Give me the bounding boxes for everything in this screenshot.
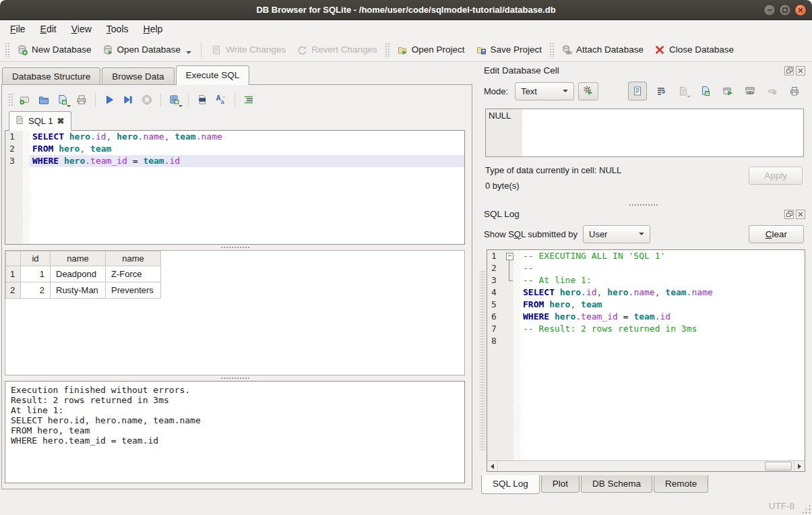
horizontal-scrollbar[interactable] <box>487 460 805 471</box>
fold-marker[interactable] <box>505 250 513 262</box>
cell-value-editor[interactable]: NULL <box>485 109 804 157</box>
editor-results-splitter[interactable] <box>5 245 465 250</box>
cell-editor-toolbar: Mode: Text <box>484 80 805 102</box>
fold-marker[interactable] <box>505 311 513 323</box>
save-dropdown-caret[interactable] <box>67 105 71 107</box>
sql-new-tab-button[interactable] <box>16 91 34 109</box>
float-panel-icon[interactable] <box>784 66 794 75</box>
find-replace-button[interactable]: Aa <box>212 91 230 109</box>
sql-log-empty-area[interactable] <box>487 347 805 460</box>
tab-database-structure[interactable]: Database Structure <box>2 67 100 85</box>
results-column-header[interactable]: name <box>106 251 161 266</box>
cell-team-name[interactable]: Z-Force <box>106 266 161 282</box>
save-project-button[interactable]: Save Project <box>470 42 548 58</box>
menu-help[interactable]: Help <box>136 22 170 36</box>
fold-marker[interactable] <box>505 262 513 274</box>
results-row[interactable]: 1 1 Deadpond Z-Force <box>6 266 161 282</box>
fold-marker[interactable] <box>505 323 513 335</box>
results-grid[interactable]: id name name 1 1 Deadpond <box>5 250 465 375</box>
menu-file[interactable]: File <box>3 22 33 36</box>
results-column-header[interactable]: id <box>21 251 51 266</box>
menu-edit[interactable]: Edit <box>33 22 64 36</box>
sql-log-view[interactable]: 1 -- EXECUTING ALL IN 'SQL 1' 2 -- <box>487 249 805 472</box>
close-database-button[interactable]: Close Database <box>649 42 739 58</box>
execute-all-button[interactable] <box>100 91 118 109</box>
execution-log[interactable]: Execution finished without errors. Resul… <box>5 381 465 483</box>
tab-sql-log[interactable]: SQL Log <box>481 475 540 494</box>
cell-hero-name[interactable]: Rusty-Man <box>51 282 106 299</box>
find-button[interactable] <box>193 91 211 109</box>
execute-current-line-button[interactable] <box>119 91 137 109</box>
sql-file-tab-close-icon[interactable]: ✖ <box>57 116 64 126</box>
tab-browse-data[interactable]: Browse Data <box>102 67 174 85</box>
tab-execute-sql[interactable]: Execute SQL <box>176 65 250 85</box>
close-panel-icon[interactable] <box>796 210 805 219</box>
fold-marker[interactable] <box>505 335 513 347</box>
toolbar-drag-handle[interactable] <box>8 93 13 107</box>
sql-open-file-button[interactable] <box>35 91 53 109</box>
cell-id[interactable]: 2 <box>21 282 51 299</box>
database-open-icon <box>102 44 113 55</box>
export-results-button[interactable] <box>166 91 183 109</box>
scroll-right-arrow[interactable] <box>794 461 805 471</box>
line-number: 8 <box>487 335 505 347</box>
cell-team-name[interactable]: Preventers <box>106 282 161 299</box>
row-number: 2 <box>6 282 21 299</box>
close-panel-icon[interactable] <box>796 66 805 75</box>
auto-apply-button[interactable] <box>578 82 598 100</box>
tab-db-schema[interactable]: DB Schema <box>581 475 652 493</box>
open-database-button[interactable]: Open Database <box>97 42 197 58</box>
titlebar[interactable]: DB Browser for SQLite - /home/user/code/… <box>0 0 812 20</box>
scroll-track[interactable] <box>498 461 794 471</box>
dock-splitter[interactable] <box>480 204 807 206</box>
new-database-button[interactable]: New Database <box>11 42 97 58</box>
sql-file-tab[interactable]: SQL 1 ✖ <box>9 111 71 131</box>
resize-grip[interactable] <box>801 504 811 514</box>
stop-execution-button <box>138 91 156 109</box>
export-dropdown-caret[interactable] <box>179 105 183 107</box>
attach-database-button[interactable]: Attach Database <box>556 42 649 58</box>
toolbar-drag-handle[interactable] <box>549 42 554 57</box>
sql-editor[interactable]: 1 SELECT hero.id, hero.name, team.name 2… <box>5 130 465 245</box>
results-column-header[interactable]: name <box>51 251 106 266</box>
close-button[interactable] <box>794 4 807 16</box>
sql-print-button[interactable] <box>73 91 90 109</box>
open-database-dropdown-caret[interactable] <box>186 51 191 54</box>
print-cell-icon[interactable] <box>786 83 803 99</box>
results-log-splitter[interactable] <box>5 375 465 381</box>
toolbar-drag-handle[interactable] <box>5 42 9 57</box>
clear-button[interactable]: Clear <box>749 225 804 243</box>
float-panel-icon[interactable] <box>784 210 794 219</box>
mode-select[interactable]: Text <box>515 82 574 100</box>
minimize-button[interactable] <box>763 4 776 16</box>
cell-id[interactable]: 1 <box>21 266 51 282</box>
toolbar-drag-handle[interactable] <box>385 42 389 57</box>
tab-plot[interactable]: Plot <box>541 475 580 493</box>
save-file-icon[interactable] <box>697 83 714 99</box>
fold-margin <box>513 299 520 311</box>
link-cell-icon[interactable] <box>742 83 758 99</box>
results-row[interactable]: 2 2 Rusty-Man Preventers <box>6 282 161 299</box>
cell-hero-name[interactable]: Deadpond <box>51 266 106 282</box>
fold-marker[interactable] <box>505 286 513 299</box>
dock-drag-handle[interactable] <box>480 270 485 452</box>
export-cell-icon[interactable] <box>720 83 736 99</box>
sql-save-file-button[interactable] <box>54 91 71 109</box>
text-mode-icon[interactable] <box>628 82 647 100</box>
format-sql-button[interactable] <box>240 91 257 109</box>
results-corner-header[interactable] <box>6 251 21 266</box>
maximize-button[interactable] <box>779 4 791 16</box>
fold-marker[interactable] <box>505 274 513 286</box>
tab-remote[interactable]: Remote <box>654 475 708 493</box>
fold-marker[interactable] <box>505 299 513 311</box>
main-toolbar: New Database Open Database Write Changes… <box>0 38 812 62</box>
window-controls <box>763 0 807 20</box>
menu-tools[interactable]: Tools <box>99 22 136 36</box>
menu-view[interactable]: View <box>64 22 99 36</box>
submitted-by-select[interactable]: User <box>583 225 650 243</box>
scroll-left-arrow[interactable] <box>487 461 498 471</box>
open-project-button[interactable]: Open Project <box>392 42 470 58</box>
sql-editor-empty-area[interactable] <box>5 167 464 244</box>
scroll-thumb[interactable] <box>765 462 792 471</box>
word-wrap-icon[interactable] <box>653 83 669 99</box>
